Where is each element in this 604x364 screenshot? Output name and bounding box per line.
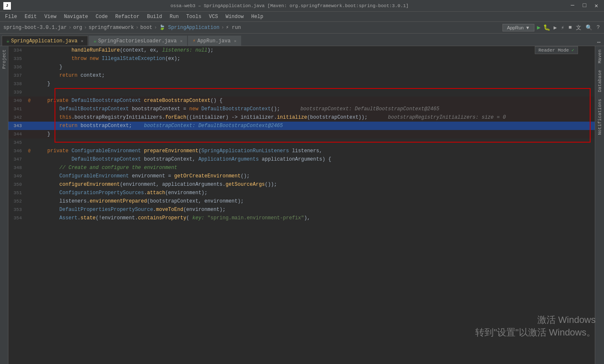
left-sidebar: Project	[0, 46, 8, 364]
menu-refactor[interactable]: Refactor	[112, 13, 143, 21]
code-line-346: 346 @ private ConfigurableEnvironment pr…	[8, 147, 595, 155]
sidebar-project-label[interactable]: Project	[0, 46, 8, 72]
breadcrumb-springapplication[interactable]: 🍃 SpringApplication	[159, 24, 220, 31]
code-line-339: 339	[8, 88, 595, 96]
code-line-353: 353 DefaultPropertiesPropertySource.move…	[8, 205, 595, 214]
tab-close-springfactoriesloader[interactable]: ✕	[180, 39, 182, 44]
code-line-347: 347 DefaultBootstrapContext bootstrapCon…	[8, 155, 595, 164]
lambda-340: @	[28, 99, 30, 103]
code-line-342: 342 this.bootstrapRegistryInitializers.f…	[8, 113, 595, 122]
profile-icon[interactable]: ⚡	[560, 23, 565, 32]
editor-tabs: ☕ SpringApplication.java ✕ ☕ SpringFacto…	[0, 34, 604, 46]
reader-mode-label: Reader Mode	[539, 48, 569, 53]
code-editor[interactable]: Reader Mode ✓ 334 handleRunFailure(conte…	[8, 46, 595, 364]
sidebar-notifications-label[interactable]: Notifications	[596, 96, 604, 138]
code-line-345: 345	[8, 138, 595, 147]
code-line-354: 354 Assert.state(!environment.containsPr…	[8, 214, 595, 222]
tab-apprun[interactable]: ⚡ AppRun.java ✕	[188, 36, 241, 46]
breadcrumb-org[interactable]: org	[73, 25, 82, 31]
translate-icon[interactable]: 文	[575, 23, 582, 32]
search-icon[interactable]: 🔍	[585, 23, 593, 32]
tab-close-apprun[interactable]: ✕	[234, 39, 237, 44]
debug-button[interactable]: 🐛	[543, 24, 550, 31]
code-line-344: 344 }	[8, 130, 595, 138]
code-line-336: 336 }	[8, 63, 595, 71]
apprun-dropdown[interactable]: AppRun ▼	[502, 24, 535, 31]
menu-help[interactable]: Help	[248, 13, 267, 21]
close-button[interactable]: ✕	[592, 1, 601, 10]
reader-mode-bar: Reader Mode ✓	[535, 46, 578, 54]
titlebar-title: ossa-web3 – SpringApplication.java [Mave…	[11, 3, 568, 8]
code-line-334: 334 handleRunFailure(context, ex, listen…	[8, 46, 595, 55]
code-line-335: 335 throw new IllegalStateException(ex);	[8, 55, 595, 63]
coverage-icon[interactable]: ▶	[553, 23, 558, 32]
tab-close-springapplication[interactable]: ✕	[81, 39, 83, 44]
menu-tools[interactable]: Tools	[183, 13, 205, 21]
titlebar: J ossa-web3 – SpringApplication.java [Ma…	[0, 0, 604, 12]
breadcrumb-springframework[interactable]: springframework	[89, 25, 134, 31]
menu-edit[interactable]: Edit	[21, 13, 40, 21]
jetbrains-logo: J	[3, 2, 11, 10]
titlebar-controls: ─ □ ✕	[568, 1, 601, 10]
menubar: File Edit View Navigate Code Refactor Bu…	[0, 12, 604, 22]
reader-mode-check[interactable]: ✓	[571, 47, 574, 53]
breadcrumb-run[interactable]: ⚡ run	[226, 24, 241, 31]
lambda-346: @	[28, 149, 30, 153]
right-sidebar: Maven Database Notifications	[595, 46, 604, 364]
tab-springfactoriesloader[interactable]: ☕ SpringFactoriesLoader.java ✕	[89, 36, 187, 46]
code-line-351: 351 ConfigurationPropertySources.attach(…	[8, 189, 595, 197]
menu-view[interactable]: View	[41, 13, 60, 21]
code-line-338: 338 }	[8, 80, 595, 88]
code-line-350: 350 configureEnvironment(environment, ap…	[8, 180, 595, 189]
code-line-348: 348 // Create and configure the environm…	[8, 164, 595, 172]
tab-actions: ⋯	[597, 39, 604, 46]
tab-springapplication[interactable]: ☕ SpringApplication.java ✕	[2, 36, 88, 46]
sidebar-maven-label[interactable]: Maven	[596, 46, 604, 67]
menu-vcs[interactable]: VCS	[206, 13, 221, 21]
code-line-340: 340 @ private DefaultBootstrapContext cr…	[8, 96, 595, 105]
run-button[interactable]: ▶	[537, 24, 540, 31]
minimize-button[interactable]: ─	[568, 1, 577, 10]
menu-file[interactable]: File	[2, 13, 21, 21]
menu-build[interactable]: Build	[143, 13, 165, 21]
navbar: spring-boot-3.0.1.jar › org › springfram…	[0, 22, 604, 34]
breadcrumb-jar[interactable]: spring-boot-3.0.1.jar	[3, 25, 67, 31]
code-line-352: 352 listeners.environmentPrepared(bootst…	[8, 197, 595, 205]
menu-navigate[interactable]: Navigate	[60, 13, 91, 21]
code-scroll[interactable]: 334 handleRunFailure(context, ex, listen…	[8, 46, 595, 364]
tab-overflow-icon[interactable]: ⋯	[597, 39, 601, 46]
code-line-349: 349 ConfigurableEnvironment environment …	[8, 172, 595, 180]
menu-run[interactable]: Run	[166, 13, 182, 21]
nav-right: AppRun ▼ ▶ 🐛 ▶ ⚡ ■ 文 🔍 ?	[502, 23, 601, 32]
code-line-343: 343 return bootstrapContext; bootstrapCo…	[8, 122, 595, 130]
breadcrumb-boot[interactable]: boot	[140, 25, 152, 31]
code-line-341: 341 DefaultBootstrapContext bootstrapCon…	[8, 105, 595, 113]
menu-code[interactable]: Code	[92, 13, 111, 21]
stop-icon[interactable]: ■	[568, 23, 573, 31]
menu-window[interactable]: Window	[222, 13, 247, 21]
maximize-button[interactable]: □	[580, 1, 588, 10]
sidebar-database-label[interactable]: Database	[596, 67, 604, 96]
titlebar-left: J	[3, 2, 11, 10]
code-line-337: 337 return context;	[8, 71, 595, 80]
help-icon[interactable]: ?	[596, 23, 601, 31]
